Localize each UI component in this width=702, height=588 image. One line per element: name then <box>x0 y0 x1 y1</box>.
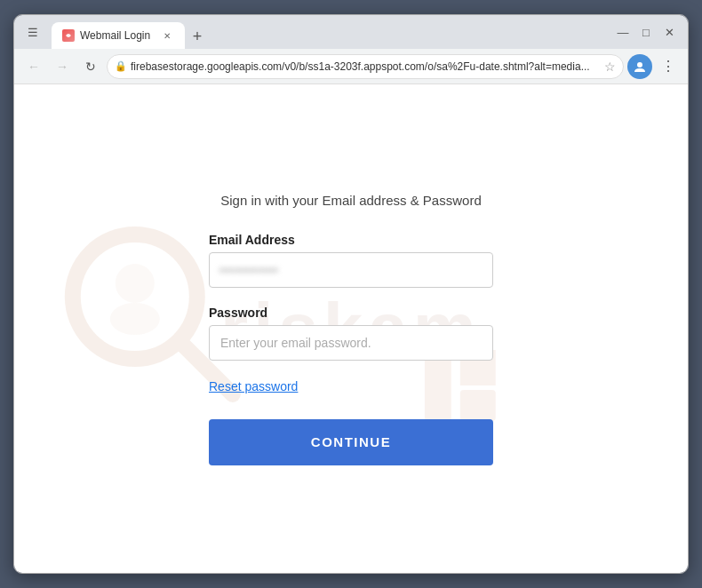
reset-password-link[interactable]: Reset password <box>209 379 298 393</box>
maximize-button[interactable]: □ <box>634 20 658 44</box>
svg-point-0 <box>637 62 642 68</box>
address-bar[interactable]: 🔒 firebasestorage.googleapis.com/v0/b/ss… <box>107 54 624 79</box>
refresh-button[interactable]: ↻ <box>78 54 103 79</box>
sign-in-heading: Sign in with your Email address & Passwo… <box>220 193 481 208</box>
email-input[interactable] <box>209 252 493 288</box>
nav-bar: ← → ↻ 🔒 firebasestorage.googleapis.com/v… <box>14 49 688 84</box>
bookmark-icon[interactable]: ☆ <box>604 60 616 74</box>
back-button[interactable]: ← <box>21 54 46 79</box>
forward-button[interactable]: → <box>50 54 75 79</box>
tab-favicon-icon <box>62 29 75 42</box>
close-button[interactable]: ✕ <box>658 20 681 44</box>
profile-icon[interactable] <box>627 54 652 79</box>
tab-bar: Webmail Login ✕ + <box>48 15 604 49</box>
chrome-menu-icon[interactable]: ☰ <box>21 20 44 44</box>
email-form-group: Email Address •••••••••••• <box>209 233 493 288</box>
window-controls: ☰ <box>21 20 44 44</box>
tab-title: Webmail Login <box>80 29 155 42</box>
title-bar-right: — □ ✕ <box>611 20 681 44</box>
email-label: Email Address <box>209 233 493 247</box>
password-label: Password <box>209 306 493 320</box>
continue-button[interactable]: CONTINUE <box>209 419 493 465</box>
url-text: firebasestorage.googleapis.com/v0/b/ss1a… <box>131 60 601 73</box>
password-input[interactable] <box>209 325 493 361</box>
active-tab[interactable]: Webmail Login ✕ <box>52 22 185 49</box>
login-container: Sign in with your Email address & Passwo… <box>147 175 555 483</box>
page-content: riskam Sign in with your Email address &… <box>14 84 688 573</box>
tab-close-button[interactable]: ✕ <box>160 28 174 43</box>
browser-menu-button[interactable]: ⋮ <box>656 54 681 79</box>
password-form-group: Password <box>209 306 493 361</box>
security-icon: 🔒 <box>115 60 127 72</box>
new-tab-button[interactable]: + <box>185 24 210 49</box>
title-bar: ☰ Webmail Login ✕ + — □ ✕ <box>14 15 688 49</box>
browser-window: ☰ Webmail Login ✕ + — □ ✕ ← → ↻ <box>13 14 689 574</box>
minimize-button[interactable]: — <box>611 20 634 44</box>
